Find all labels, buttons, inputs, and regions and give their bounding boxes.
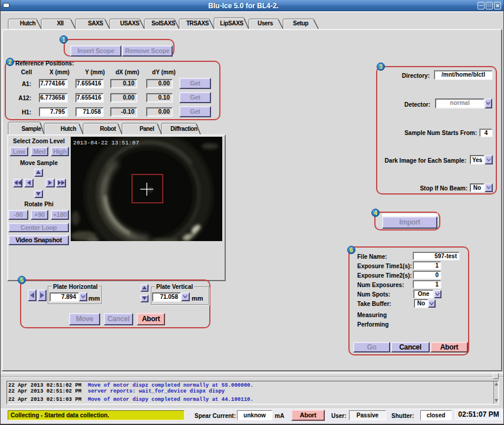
- svg-text:TRSAXS: TRSAXS: [186, 20, 209, 27]
- svg-text:LipSAXS: LipSAXS: [220, 20, 243, 27]
- svg-text:Robot: Robot: [100, 126, 117, 132]
- svg-text:SolSAXS: SolSAXS: [151, 20, 176, 27]
- svg-text:Hutch: Hutch: [61, 126, 77, 132]
- svg-text:Diffraction: Diffraction: [170, 126, 197, 132]
- svg-text:USAXS: USAXS: [120, 20, 140, 27]
- svg-text:SAXS: SAXS: [88, 20, 103, 27]
- svg-text:Setup: Setup: [293, 20, 308, 27]
- svg-text:Users: Users: [258, 20, 274, 27]
- svg-text:2013-04-22 13:51:07: 2013-04-22 13:51:07: [73, 140, 139, 146]
- svg-text:Sample: Sample: [21, 126, 41, 132]
- svg-text:XII: XII: [57, 20, 64, 27]
- svg-text:Hutch: Hutch: [20, 20, 36, 27]
- svg-text:Panel: Panel: [140, 126, 154, 132]
